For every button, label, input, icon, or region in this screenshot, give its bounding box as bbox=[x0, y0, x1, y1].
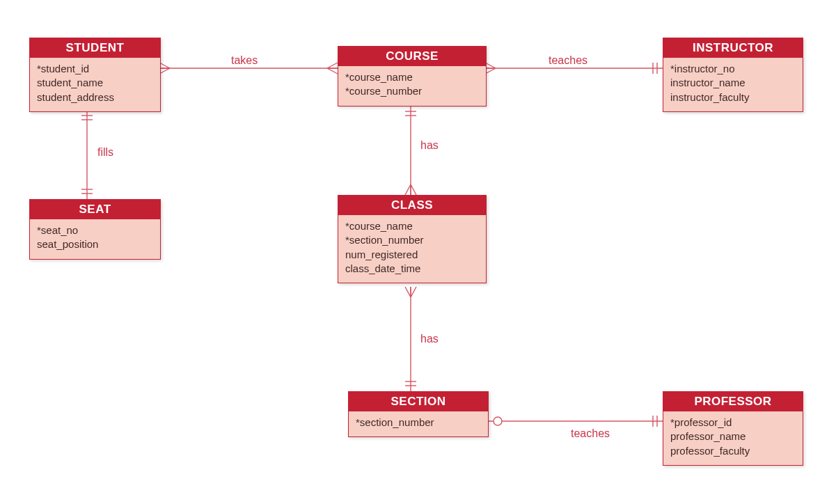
svg-point-16 bbox=[494, 417, 502, 425]
attr: *professor_id bbox=[670, 416, 796, 430]
entity-student-body: *student_id student_name student_address bbox=[30, 58, 160, 111]
attr: student_address bbox=[37, 90, 153, 104]
rel-label-takes: takes bbox=[231, 54, 258, 67]
rel-label-has-class-section: has bbox=[420, 333, 439, 345]
entity-section-title: SECTION bbox=[349, 392, 488, 411]
entity-section-body: *section_number bbox=[349, 411, 488, 436]
entity-professor-body: *professor_id professor_name professor_f… bbox=[663, 411, 803, 465]
rel-label-teaches-section: teaches bbox=[571, 427, 610, 440]
entity-seat-title: SEAT bbox=[30, 200, 160, 219]
attr: class_date_time bbox=[345, 262, 479, 276]
entity-instructor-body: *instructor_no instructor_name instructo… bbox=[663, 58, 803, 111]
attr: *student_id bbox=[37, 62, 153, 76]
rel-label-teaches-course: teaches bbox=[549, 54, 587, 67]
attr: professor_name bbox=[670, 430, 796, 443]
entity-instructor[interactable]: INSTRUCTOR *instructor_no instructor_nam… bbox=[663, 38, 803, 112]
entity-class-title: CLASS bbox=[338, 196, 486, 215]
attr: professor_faculty bbox=[670, 444, 796, 458]
entity-class-body: *course_name *section_number num_registe… bbox=[338, 215, 486, 283]
attr: seat_position bbox=[37, 237, 153, 251]
rel-label-fills: fills bbox=[97, 146, 113, 159]
rel-label-has-course-class: has bbox=[420, 139, 439, 152]
entity-instructor-title: INSTRUCTOR bbox=[663, 38, 803, 58]
attr: *course_name bbox=[345, 70, 479, 84]
entity-professor[interactable]: PROFESSOR *professor_id professor_name p… bbox=[663, 391, 803, 466]
attr: *section_number bbox=[356, 416, 481, 430]
er-diagram-canvas: STUDENT *student_id student_name student… bbox=[0, 0, 836, 504]
entity-seat[interactable]: SEAT *seat_no seat_position bbox=[29, 199, 161, 260]
attr: instructor_faculty bbox=[670, 90, 796, 104]
entity-seat-body: *seat_no seat_position bbox=[30, 219, 160, 259]
entity-section[interactable]: SECTION *section_number bbox=[348, 391, 489, 437]
attr: *instructor_no bbox=[670, 62, 796, 76]
attr: *seat_no bbox=[37, 223, 153, 237]
entity-course[interactable]: COURSE *course_name *course_number bbox=[338, 46, 487, 107]
attr: *section_number bbox=[345, 233, 479, 247]
attr: *course_name bbox=[345, 219, 479, 233]
attr: *course_number bbox=[345, 84, 479, 98]
entity-course-title: COURSE bbox=[338, 47, 486, 66]
entity-course-body: *course_name *course_number bbox=[338, 66, 486, 106]
attr: instructor_name bbox=[670, 76, 796, 90]
entity-professor-title: PROFESSOR bbox=[663, 392, 803, 411]
entity-class[interactable]: CLASS *course_name *section_number num_r… bbox=[338, 195, 487, 283]
entity-student[interactable]: STUDENT *student_id student_name student… bbox=[29, 38, 161, 112]
attr: num_registered bbox=[345, 248, 479, 262]
attr: student_name bbox=[37, 76, 153, 90]
entity-student-title: STUDENT bbox=[30, 38, 160, 58]
